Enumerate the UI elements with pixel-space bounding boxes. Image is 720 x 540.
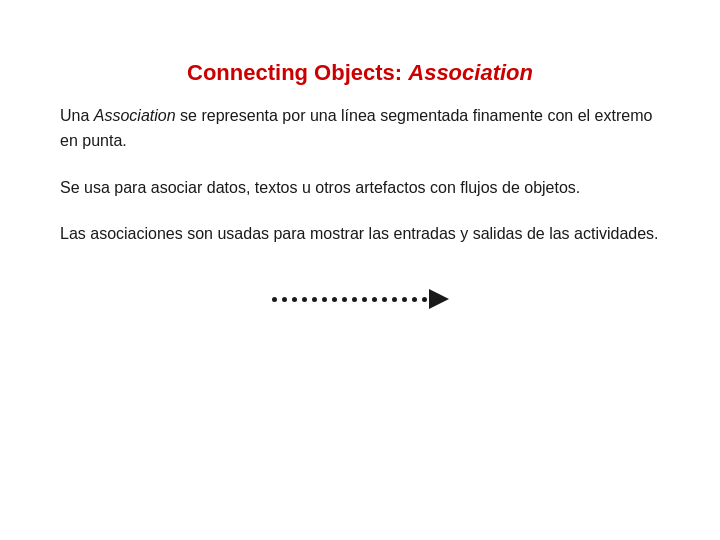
- dashed-arrow: [272, 289, 449, 309]
- p3-text: Las asociaciones son usadas para mostrar…: [60, 225, 659, 242]
- dot: [362, 297, 367, 302]
- dot: [282, 297, 287, 302]
- dot: [392, 297, 397, 302]
- dots-line: [272, 297, 427, 302]
- paragraph-2: Se usa para asociar datos, textos u otro…: [60, 176, 660, 201]
- dot: [382, 297, 387, 302]
- arrow-container: [60, 289, 660, 309]
- dot: [402, 297, 407, 302]
- paragraph-1: Una Association se representa por una lí…: [60, 104, 660, 154]
- dot: [322, 297, 327, 302]
- arrowhead-icon: [429, 289, 449, 309]
- title-italic: Association: [408, 60, 533, 85]
- p1-association: Association: [94, 107, 176, 124]
- p2-text: Se usa para asociar datos, textos u otro…: [60, 179, 580, 196]
- page-title: Connecting Objects: Association: [60, 60, 660, 86]
- dot: [292, 297, 297, 302]
- paragraph-3: Las asociaciones son usadas para mostrar…: [60, 222, 660, 247]
- dot: [352, 297, 357, 302]
- dot: [422, 297, 427, 302]
- p1-text1: Una: [60, 107, 94, 124]
- dot: [272, 297, 277, 302]
- dot: [372, 297, 377, 302]
- page: Connecting Objects: Association Una Asso…: [0, 0, 720, 540]
- title-prefix: Connecting Objects:: [187, 60, 408, 85]
- dot: [312, 297, 317, 302]
- dot: [342, 297, 347, 302]
- dot: [302, 297, 307, 302]
- dot: [412, 297, 417, 302]
- dot: [332, 297, 337, 302]
